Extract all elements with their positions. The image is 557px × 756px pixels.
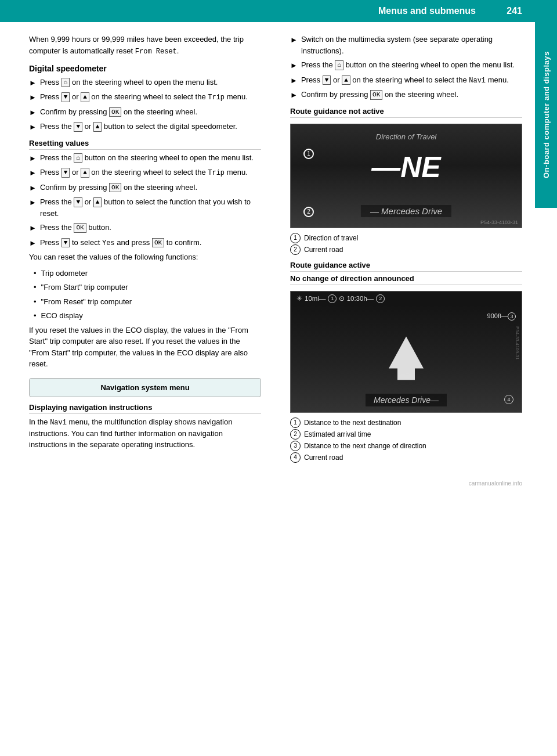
watermark: carmanualonline.info <box>29 480 522 487</box>
ok-btn-icon: OK <box>74 223 86 232</box>
bullet-item: ► Confirm by pressing OK on the steering… <box>290 89 522 101</box>
arrow-icon: ► <box>29 77 37 89</box>
arrow-icon: ► <box>290 60 298 71</box>
bullet-item: ► Press ▼ or ▲ on the steering wheel to … <box>29 167 261 179</box>
down-btn-icon: ▼ <box>62 168 70 177</box>
left-column: When 9,999 hours or 99,999 miles have be… <box>29 34 267 469</box>
reset-list-item: • "From Reset" trip computer <box>29 296 261 308</box>
bullet-item: ► Press the ⌂ button on the steering whe… <box>29 152 261 164</box>
caption-text: Current road <box>304 246 343 254</box>
up-btn-icon: ▲ <box>93 122 102 131</box>
image-stamp-2: P54-33-4109-31 <box>515 326 520 360</box>
circle-2-topbar: 2 <box>376 294 385 303</box>
image-road: — Mercedes Drive <box>361 205 451 217</box>
down-btn-icon: ▼ <box>74 122 82 131</box>
caption-num: 2 <box>290 244 301 255</box>
nav-system-menu-box: Navigation system menu <box>29 378 261 397</box>
displaying-nav-heading: Displaying navigation instructions <box>29 403 261 414</box>
direction-arrow <box>386 333 426 381</box>
intro-text: When 9,999 hours or 99,999 miles have be… <box>29 34 261 57</box>
bullet-item: ► Press ▼ to select Yes and press OK to … <box>29 237 261 249</box>
bullet-item: ► Press ⌂ on the steering wheel to open … <box>29 77 261 89</box>
ok-btn-icon: OK <box>370 90 382 99</box>
caption-num: 3 <box>290 441 301 451</box>
reset-list-item-label: ECO display <box>41 310 83 322</box>
header-page: 241 <box>493 6 522 16</box>
arrow-icon: ► <box>290 89 298 101</box>
caption-text: Estimated arrival time <box>304 430 371 438</box>
caption-text: Distance to the next change of direction <box>304 442 426 450</box>
ne-text: —NE <box>371 150 440 184</box>
circle-3: 3 <box>508 312 516 321</box>
caption-num: 2 <box>290 429 301 440</box>
image-circle-2: 2 <box>303 207 314 217</box>
route-active-captions: 1 Distance to the next destination 2 Est… <box>290 417 522 463</box>
direction-of-travel-image: Direction of Travel 1 —NE 2 — Mercedes D… <box>290 124 522 228</box>
ok-btn-icon: OK <box>109 107 121 117</box>
route-active-image: ✳ 10mi— 1 ⊙ 10:30h— 2 900ft—3 <box>290 291 522 413</box>
arrow-icon: ► <box>29 182 37 194</box>
arrow-icon: ► <box>290 75 298 87</box>
home-btn-icon: ⌂ <box>335 60 343 70</box>
resetting-values-heading: Resetting values <box>29 139 261 150</box>
eco-note: If you reset the values in the ECO displ… <box>29 325 261 370</box>
up-btn-icon: ▲ <box>81 168 89 177</box>
bullet-item: ► Press ▼ or ▲ on the steering wheel to … <box>29 91 261 103</box>
bullet-item: ► Press the OK button. <box>29 222 261 234</box>
bullet-dot: • <box>34 268 37 279</box>
bullet-dot: • <box>34 296 37 308</box>
arrow-icon: ► <box>29 197 37 208</box>
header-title: Menus and submenus <box>378 6 476 16</box>
no-change-heading: No change of direction announced <box>290 274 522 285</box>
bullet-item: ► Press ▼ or ▲ on the steering wheel to … <box>290 74 522 87</box>
caption-text: Current road <box>304 453 343 462</box>
bullet-item: ► Switch on the multimedia system (see s… <box>290 34 522 56</box>
home-btn-icon: ⌂ <box>62 78 70 87</box>
reset-info-text: You can reset the values of the followin… <box>29 251 261 263</box>
bullet-dot: • <box>34 282 37 293</box>
reset-list-item: • ECO display <box>29 310 261 322</box>
bullet-item: ► Press the ▼ or ▲ button to select the … <box>29 196 261 219</box>
route-not-active-captions: 1 Direction of travel 2 Current road <box>290 233 522 255</box>
top-bar: ✳ 10mi— 1 ⊙ 10:30h— 2 <box>291 291 522 306</box>
home-btn-icon: ⌂ <box>74 153 82 163</box>
right-column: ► Switch on the multimedia system (see s… <box>284 34 522 469</box>
two-col-layout: When 9,999 hours or 99,999 miles have be… <box>29 34 522 469</box>
up-btn-icon: ▲ <box>342 75 350 85</box>
bullet-dot: • <box>34 310 37 322</box>
bullet-item: ► Press the ⌂ button on the steering whe… <box>290 59 522 71</box>
route-not-active-heading: Route guidance not active <box>290 107 522 118</box>
reset-list-item-label: Trip odometer <box>41 268 88 279</box>
caption-item: 1 Distance to the next destination <box>290 417 522 428</box>
image-stamp: P54-33-4103-31 <box>480 219 518 225</box>
down-btn-icon: ▼ <box>74 197 82 207</box>
caption-item: 4 Current road <box>290 452 522 463</box>
arrow-icon: ► <box>29 107 37 118</box>
arrow-icon: ► <box>29 222 37 234</box>
caption-num: 1 <box>290 233 301 243</box>
arrow-icon: ► <box>290 34 298 46</box>
svg-marker-0 <box>389 336 424 380</box>
reset-list-item-label: "From Reset" trip computer <box>41 296 132 308</box>
down-btn-icon: ▼ <box>62 92 70 102</box>
image-title: Direction of Travel <box>376 132 437 141</box>
caption-item: 1 Direction of travel <box>290 233 522 243</box>
arrow-icon: ► <box>29 153 37 164</box>
distance-label: 900ft—3 <box>487 312 516 321</box>
ok-btn-icon: OK <box>109 183 121 192</box>
ok-btn-icon: OK <box>152 238 164 247</box>
caption-item: 3 Distance to the next change of directi… <box>290 441 522 451</box>
caption-item: 2 Current road <box>290 244 522 255</box>
caption-item: 2 Estimated arrival time <box>290 429 522 440</box>
route-active-heading: Route guidance active <box>290 261 522 272</box>
displaying-nav-text: In the Navi menu, the multifunction disp… <box>29 416 261 451</box>
arrow-icon: ► <box>29 121 37 133</box>
up-btn-icon: ▲ <box>81 92 89 102</box>
bullet-item: ► Confirm by pressing OK on the steering… <box>29 182 261 194</box>
reset-list-item: • "From Start" trip computer <box>29 282 261 293</box>
caption-text: Direction of travel <box>304 234 358 242</box>
bullet-item: ► Press the ▼ or ▲ button to select the … <box>29 121 261 133</box>
digital-speedometer-heading: Digital speedometer <box>29 64 261 73</box>
reset-list-item: • Trip odometer <box>29 268 261 279</box>
header-bar: Menus and submenus 241 <box>0 0 557 22</box>
